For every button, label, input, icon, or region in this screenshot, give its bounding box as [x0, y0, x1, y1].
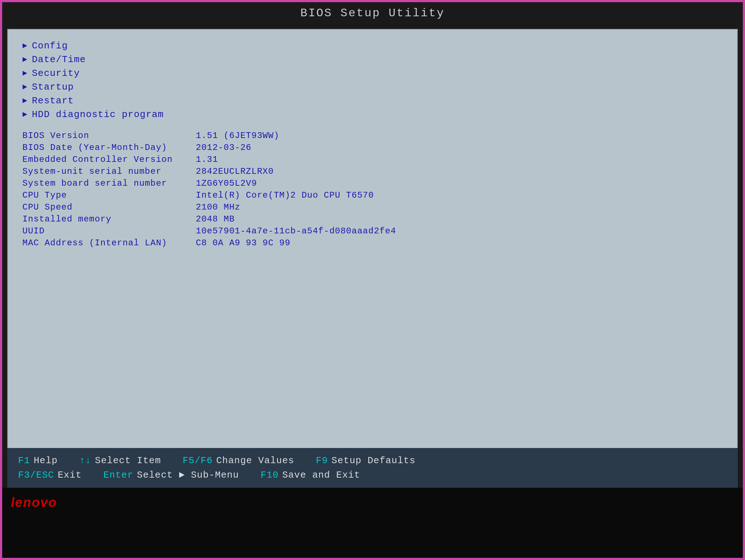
arrow-hdd: ►: [22, 110, 27, 119]
menu-item-security[interactable]: ► Security: [22, 68, 723, 79]
menu-label-hdd: HDD diagnostic program: [32, 109, 164, 120]
status-f3esc: F3/ESC Exit: [18, 470, 82, 481]
status-f5f6: F5/F6 Change Values: [183, 455, 294, 466]
value-memory: 2048 MB: [196, 214, 235, 224]
arrow-startup: ►: [22, 83, 27, 92]
value-bios-date: 2012-03-26: [196, 143, 251, 152]
key-f5f6: F5/F6: [183, 455, 213, 466]
value-ec-version: 1.31: [196, 155, 218, 164]
label-ec-version: Embedded Controller Version: [22, 155, 196, 164]
menu-label-security: Security: [32, 68, 80, 79]
status-bar: F1 Help ↑↓ Select Item F5/F6 Change Valu…: [7, 448, 738, 488]
label-uuid: UUID: [22, 226, 196, 236]
menu-item-hdd[interactable]: ► HDD diagnostic program: [22, 109, 723, 120]
menu-label-restart: Restart: [32, 95, 74, 106]
label-mac: MAC Address (Internal LAN): [22, 238, 196, 248]
value-mac: C8 0A A9 93 9C 99: [196, 238, 290, 248]
desc-f10: Save and Exit: [282, 470, 360, 481]
key-f1: F1: [18, 455, 30, 466]
menu-label-config: Config: [32, 40, 68, 51]
key-f3esc: F3/ESC: [18, 470, 54, 481]
menu-label-startup: Startup: [32, 82, 74, 92]
desc-enter: Select ► Sub-Menu: [137, 470, 239, 481]
status-f10: F10 Save and Exit: [260, 470, 360, 481]
desc-f5f6: Change Values: [216, 455, 294, 466]
value-cpu-type: Intel(R) Core(TM)2 Duo CPU T6570: [196, 190, 374, 200]
info-row-uuid: UUID 10e57901-4a7e-11cb-a54f-d080aaad2fe…: [22, 226, 723, 236]
status-bar-row2: F3/ESC Exit Enter Select ► Sub-Menu F10 …: [18, 470, 727, 481]
arrow-security: ►: [22, 69, 27, 78]
label-bios-date: BIOS Date (Year-Month-Day): [22, 143, 196, 152]
status-f9: F9 Setup Defaults: [316, 455, 415, 466]
info-row-cpu-type: CPU Type Intel(R) Core(TM)2 Duo CPU T657…: [22, 190, 723, 200]
label-cpu-type: CPU Type: [22, 190, 196, 200]
value-uuid: 10e57901-4a7e-11cb-a54f-d080aaad2fe4: [196, 226, 396, 236]
bottom-area: lenovo: [0, 488, 745, 560]
menu-item-restart[interactable]: ► Restart: [22, 95, 723, 106]
arrow-config: ►: [22, 42, 27, 51]
label-system-board-serial: System board serial number: [22, 178, 196, 188]
menu-item-startup[interactable]: ► Startup: [22, 82, 723, 92]
status-f1: F1 Help: [18, 455, 58, 466]
desc-arrows: Select Item: [95, 455, 161, 466]
info-row-cpu-speed: CPU Speed 2100 MHz: [22, 202, 723, 212]
status-arrows: ↑↓ Select Item: [79, 455, 161, 466]
key-enter: Enter: [103, 470, 133, 481]
menu-item-config[interactable]: ► Config: [22, 40, 723, 51]
value-system-unit-serial: 2842EUCLRZLRX0: [196, 167, 274, 176]
menu-section: ► Config ► Date/Time ► Security ► Startu…: [22, 40, 723, 120]
info-row-bios-version: BIOS Version 1.51 (6JET93WW): [22, 131, 723, 141]
label-memory: Installed memory: [22, 214, 196, 224]
desc-f3esc: Exit: [58, 470, 82, 481]
bios-title: BIOS Setup Utility: [0, 4, 745, 23]
desc-f1: Help: [34, 455, 57, 466]
status-enter: Enter Select ► Sub-Menu: [103, 470, 239, 481]
info-row-system-board-serial: System board serial number 1ZG6Y05L2V9: [22, 178, 723, 188]
info-row-bios-date: BIOS Date (Year-Month-Day) 2012-03-26: [22, 143, 723, 152]
label-cpu-speed: CPU Speed: [22, 202, 196, 212]
value-cpu-speed: 2100 MHz: [196, 202, 240, 212]
info-row-ec-version: Embedded Controller Version 1.31: [22, 155, 723, 164]
info-row-memory: Installed memory 2048 MB: [22, 214, 723, 224]
status-bar-row1: F1 Help ↑↓ Select Item F5/F6 Change Valu…: [18, 455, 727, 466]
main-content-area: ► Config ► Date/Time ► Security ► Startu…: [7, 29, 738, 455]
menu-label-datetime: Date/Time: [32, 54, 86, 65]
info-row-system-unit-serial: System-unit serial number 2842EUCLRZLRX0: [22, 167, 723, 176]
desc-f9: Setup Defaults: [332, 455, 415, 466]
info-section: BIOS Version 1.51 (6JET93WW) BIOS Date (…: [22, 131, 723, 248]
key-arrows: ↑↓: [79, 455, 91, 466]
arrow-restart: ►: [22, 96, 27, 105]
arrow-datetime: ►: [22, 55, 27, 64]
lenovo-logo: lenovo: [11, 495, 57, 510]
value-system-board-serial: 1ZG6Y05L2V9: [196, 178, 257, 188]
label-system-unit-serial: System-unit serial number: [22, 167, 196, 176]
info-row-mac: MAC Address (Internal LAN) C8 0A A9 93 9…: [22, 238, 723, 248]
key-f10: F10: [260, 470, 279, 481]
value-bios-version: 1.51 (6JET93WW): [196, 131, 279, 141]
label-bios-version: BIOS Version: [22, 131, 196, 141]
key-f9: F9: [316, 455, 328, 466]
menu-item-datetime[interactable]: ► Date/Time: [22, 54, 723, 65]
